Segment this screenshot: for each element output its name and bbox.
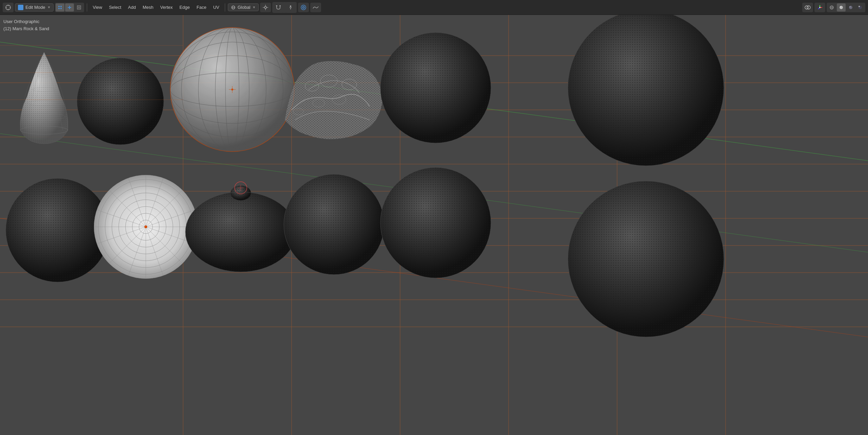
vertex-select-btn[interactable] [56, 3, 64, 12]
mesh-select-group [55, 3, 84, 12]
svg-point-89 [77, 58, 164, 145]
overlays-icon [805, 4, 811, 11]
edge-select-btn[interactable] [65, 3, 74, 12]
shading-group [827, 3, 865, 12]
global-transform-dropdown[interactable]: Global ▼ [228, 3, 259, 11]
svg-point-28 [303, 7, 304, 8]
cursor-icon[interactable] [3, 3, 14, 12]
svg-point-24 [290, 7, 291, 8]
object-sphere-squished [185, 182, 296, 272]
svg-point-151 [568, 15, 724, 166]
object-sphere7 [284, 174, 384, 275]
rendered-shading-btn[interactable] [856, 3, 865, 12]
overlays-btn[interactable] [802, 3, 813, 12]
wireframe-icon [829, 5, 834, 10]
object-cone [20, 52, 68, 144]
svg-point-115 [6, 178, 110, 282]
edit-mode-label: Edit Mode [25, 5, 45, 10]
edit-mode-chevron: ▼ [47, 5, 51, 9]
svg-point-39 [840, 6, 841, 7]
viewport-3d[interactable]: User Orthographic (12) Mars Rock & Sand [0, 15, 868, 435]
proportional-btn[interactable] [298, 3, 309, 12]
material-icon [848, 5, 853, 10]
curve-type-btn[interactable] [310, 3, 321, 12]
svg-point-135 [145, 226, 146, 228]
object-sphere4 [6, 178, 110, 282]
face-menu[interactable]: Face [194, 3, 209, 11]
svg-point-40 [849, 6, 852, 9]
svg-point-148 [380, 167, 491, 278]
mesh-menu[interactable]: Mesh [140, 3, 156, 11]
pivot-icon [262, 4, 269, 11]
vertex-menu[interactable]: Vertex [157, 3, 175, 11]
separator-1 [87, 3, 87, 12]
svg-point-7 [58, 8, 60, 9]
gizmo-btn[interactable] [814, 3, 825, 12]
svg-point-41 [850, 6, 851, 7]
right-toolbar [802, 3, 865, 12]
pivot-icon-btn[interactable] [260, 3, 271, 12]
snap-options-btn[interactable] [285, 3, 296, 12]
view-menu[interactable]: View [90, 3, 105, 11]
svg-point-30 [807, 6, 810, 9]
add-menu[interactable]: Add [125, 3, 139, 11]
object-sphere-top-right [568, 15, 724, 166]
edge-menu[interactable]: Edge [177, 3, 192, 11]
material-shading-btn[interactable] [846, 3, 855, 12]
object-sphere-wireframe [170, 27, 294, 152]
select-menu[interactable]: Select [106, 3, 124, 11]
curve-icon [313, 6, 319, 9]
main-toolbar: Edit Mode ▼ View Select Add Mesh Vertex … [0, 0, 868, 15]
uv-menu[interactable]: UV [211, 3, 222, 11]
object-sphere-bottom-right [568, 181, 724, 337]
svg-point-6 [60, 6, 62, 7]
svg-point-34 [819, 7, 821, 8]
edit-mode-dropdown[interactable]: Edit Mode ▼ [15, 3, 54, 12]
svg-point-29 [805, 6, 808, 9]
svg-point-5 [58, 6, 60, 7]
svg-point-145 [284, 174, 384, 275]
separator-2 [225, 3, 225, 12]
svg-point-154 [568, 181, 724, 337]
svg-point-23 [290, 5, 291, 7]
gizmo-icon [817, 4, 823, 11]
global-icon [231, 5, 236, 10]
svg-rect-12 [78, 6, 80, 8]
svg-point-43 [859, 6, 860, 7]
rendered-icon [858, 5, 863, 10]
face-select-btn[interactable] [75, 3, 83, 12]
edit-mode-icon [18, 5, 23, 10]
svg-point-16 [264, 6, 267, 8]
snap-options-icon [288, 5, 293, 10]
wireframe-shading-btn[interactable] [827, 3, 836, 12]
solid-shading-btn[interactable] [837, 3, 846, 12]
solid-icon [839, 5, 844, 10]
svg-point-8 [60, 8, 62, 9]
snap-group [272, 2, 297, 13]
scene-canvas [0, 15, 868, 435]
object-sphere1 [77, 58, 164, 145]
proportional-icon [300, 4, 307, 11]
object-sphere-flat [94, 175, 198, 279]
object-sphere8 [380, 167, 491, 278]
svg-point-137 [185, 192, 296, 272]
magnet-icon [276, 5, 281, 10]
svg-point-112 [380, 33, 491, 143]
snap-btn[interactable] [273, 3, 284, 12]
object-sphere3 [380, 33, 491, 143]
object-rock [285, 61, 382, 139]
svg-point-38 [840, 6, 843, 9]
